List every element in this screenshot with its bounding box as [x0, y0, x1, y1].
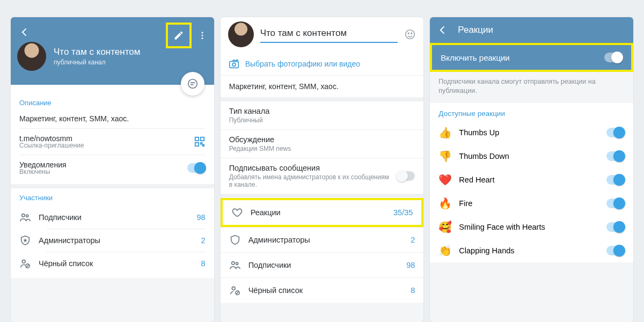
avatar[interactable] — [228, 21, 254, 47]
reaction-row[interactable]: 🔥Fire — [430, 192, 633, 215]
invite-link-row[interactable]: t.me/nowtosmm Ссылка-приглашение — [19, 128, 206, 155]
pick-media-row[interactable]: Выбрать фотографию или видео — [221, 53, 424, 75]
reactions-value: 35/35 — [393, 208, 413, 217]
enable-toggle[interactable] — [604, 53, 623, 62]
sign-label: Подписывать сообщения — [229, 164, 392, 172]
row-value: 8 — [411, 286, 415, 295]
reaction-toggle[interactable] — [606, 128, 625, 137]
reaction-toggle[interactable] — [606, 222, 625, 232]
admins-row[interactable]: Администраторы 2 — [221, 228, 424, 252]
reaction-label: Thumbs Up — [459, 128, 499, 137]
row-label: Подписчики — [248, 261, 291, 269]
description-input[interactable]: Маркетинг, контент, SMM, хаос. — [221, 76, 424, 97]
notifications-row[interactable]: Уведомления Включены — [19, 155, 206, 181]
reaction-label: Thumbs Down — [459, 152, 509, 160]
svg-point-0 — [201, 32, 203, 33]
reaction-toggle[interactable] — [606, 199, 625, 208]
more-icon[interactable] — [195, 28, 210, 43]
reaction-row[interactable]: 👏Clapping Hands — [430, 239, 633, 262]
svg-point-17 — [232, 63, 236, 66]
reaction-row[interactable]: 🥰Smiling Face with Hearts — [430, 215, 633, 239]
header-title: Реакции — [458, 25, 493, 35]
svg-rect-16 — [229, 61, 238, 68]
panel-reactions: Реакции Включить реакции Подписчики кана… — [430, 17, 633, 322]
reaction-emoji: 🔥 — [438, 197, 451, 210]
row-value: 8 — [201, 259, 206, 268]
shield-icon — [229, 234, 241, 246]
reaction-row[interactable]: ❤️Red Heart — [430, 168, 633, 192]
notif-toggle[interactable] — [187, 163, 206, 173]
qr-icon[interactable] — [194, 136, 206, 148]
shield-icon — [19, 235, 31, 246]
blacklist-row[interactable]: Чёрный список 8 — [19, 252, 206, 275]
users-icon — [229, 259, 241, 271]
svg-rect-5 — [201, 137, 204, 141]
reaction-emoji: 👎 — [438, 150, 451, 163]
camera-icon — [228, 58, 240, 70]
enable-label: Включить реакции — [441, 53, 509, 62]
reaction-toggle[interactable] — [606, 246, 625, 255]
reactions-row[interactable]: Реакции 35/35 — [221, 198, 424, 227]
enable-reactions-row[interactable]: Включить реакции — [430, 43, 633, 72]
about-title: Описание — [19, 99, 206, 107]
emoji-icon[interactable] — [404, 28, 416, 40]
message-fab[interactable] — [181, 72, 204, 96]
svg-point-3 — [188, 79, 197, 89]
svg-rect-8 — [202, 145, 204, 147]
blacklist-row[interactable]: Чёрный список 8 — [221, 278, 424, 303]
svg-point-18 — [231, 262, 235, 265]
svg-rect-4 — [195, 137, 198, 141]
admins-row[interactable]: Администраторы 2 — [19, 229, 206, 252]
subscribers-row[interactable]: Подписчики 98 — [19, 206, 206, 229]
svg-point-11 — [22, 260, 25, 263]
available-title: Доступные реакции — [430, 103, 633, 121]
reaction-emoji: 👍 — [438, 126, 451, 139]
discussion-row[interactable]: Обсуждение Редакция SMM news — [221, 130, 424, 158]
back-icon[interactable] — [437, 25, 448, 35]
reactions-header: Реакции — [430, 17, 633, 43]
reaction-label: Smiling Face with Hearts — [459, 223, 545, 231]
divider — [11, 184, 214, 188]
svg-point-19 — [236, 262, 238, 265]
type-value: Публичный — [229, 116, 415, 124]
sign-messages-row[interactable]: Подписывать сообщения Добавлять имена ад… — [221, 158, 424, 194]
channel-name-input[interactable]: Что там с контентом — [260, 26, 398, 43]
reactions-label: Реакции — [251, 208, 281, 217]
back-icon[interactable] — [17, 25, 32, 40]
discussion-value: Редакция SMM news — [229, 145, 415, 152]
subscribers-row[interactable]: Подписчики 98 — [221, 253, 424, 277]
reaction-emoji: 🥰 — [438, 221, 451, 233]
users-icon — [19, 211, 31, 223]
row-label: Подписчики — [39, 213, 82, 222]
members-title: Участники — [19, 194, 206, 202]
svg-point-2 — [201, 38, 203, 39]
channel-type-row[interactable]: Тип канала Публичный — [221, 101, 424, 129]
block-icon — [229, 284, 241, 296]
reaction-row[interactable]: 👍Thumbs Up — [430, 121, 633, 144]
row-value: 2 — [411, 236, 415, 244]
heart-icon — [231, 207, 243, 218]
type-label: Тип канала — [229, 107, 415, 115]
reaction-label: Fire — [459, 199, 472, 208]
description-text: Маркетинг, контент, SMM, хаос. — [19, 111, 206, 126]
edit-icon[interactable] — [171, 28, 186, 43]
notif-value: Включены — [19, 168, 67, 175]
svg-point-13 — [406, 30, 415, 39]
avatar[interactable] — [17, 42, 46, 71]
edit-header: Что там с контентом — [221, 17, 424, 53]
channel-header: Что там с контентом публичный канал — [11, 17, 214, 85]
row-label: Чёрный список — [39, 259, 93, 268]
reaction-toggle[interactable] — [606, 175, 625, 185]
row-value: 2 — [201, 236, 206, 245]
reaction-row[interactable]: 👎Thumbs Down — [430, 144, 633, 168]
svg-point-20 — [232, 287, 235, 290]
channel-subtitle: публичный канал — [54, 58, 140, 66]
svg-point-14 — [408, 33, 409, 34]
row-label: Администраторы — [39, 236, 100, 245]
svg-rect-6 — [195, 143, 198, 146]
panel-channel-edit: Что там с контентом Выбрать фотографию и… — [221, 17, 424, 322]
reaction-toggle[interactable] — [606, 151, 625, 161]
svg-point-10 — [26, 215, 28, 217]
sign-toggle[interactable] — [397, 171, 415, 181]
svg-point-9 — [22, 214, 25, 217]
